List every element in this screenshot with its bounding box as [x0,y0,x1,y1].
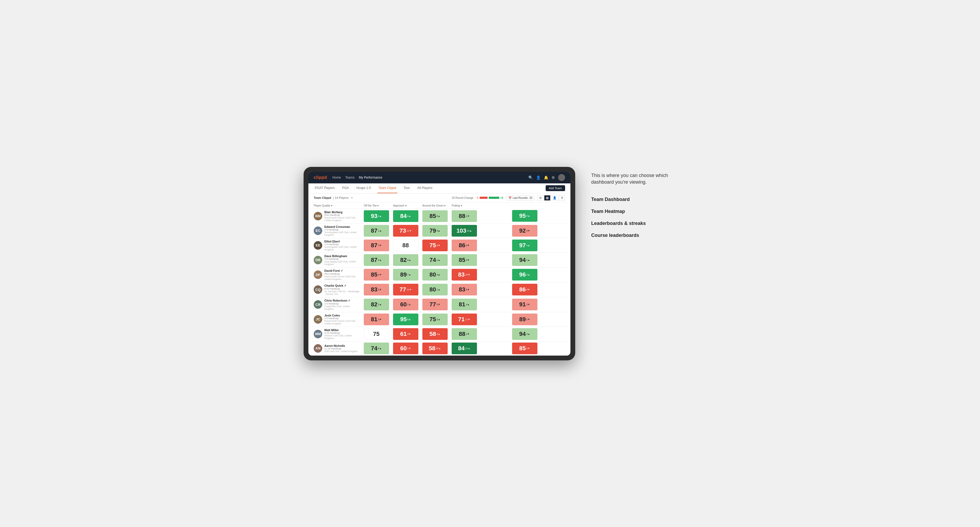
score-box[interactable]: 882 [452,328,477,340]
nav-link-home[interactable]: Home [332,175,341,181]
score-box[interactable]: 934 [364,210,389,222]
last-rounds-button[interactable]: 📅 Last Rounds: 20 [506,195,535,200]
player-name[interactable]: Blair McHarg [325,211,360,214]
score-box[interactable]: 823 [364,298,389,310]
table-row[interactable]: CRChris Robertson ✓1-5 HandicapCraigmill… [309,297,570,312]
score-box[interactable]: 854 [512,343,538,354]
player-avatar: DF [314,270,322,279]
score-box[interactable]: 871 [364,225,389,237]
view-download-button[interactable]: ⬇ [559,195,565,201]
th-around-green[interactable]: Around the Green ▾ [420,203,450,209]
score-box[interactable]: 853 [452,254,477,266]
table-row[interactable]: ECEdward Crossman1-5 HandicapSunningdale… [309,223,570,238]
score-box[interactable]: 941 [512,254,538,266]
sub-nav-hcaps[interactable]: Hcaps 1-5 [355,183,372,193]
score-box[interactable]: 7111 [452,314,477,325]
score-box[interactable]: 753 [422,240,448,251]
th-approach[interactable]: Approach ▾ [391,203,420,209]
score-change: 1 [466,215,469,217]
sub-nav-pgat[interactable]: PGAT Players [314,183,336,193]
table-row[interactable]: DBDave Billingham1-5 HandicapGog Magog G… [309,252,570,267]
player-name[interactable]: Chris Robertson ✓ [325,299,360,302]
score-box[interactable]: 923 [512,225,538,237]
view-heatmap-button[interactable]: ▦ [544,195,550,201]
score-cell: 752 [420,312,450,327]
th-putting[interactable]: Putting ▾ [450,203,479,209]
player-name[interactable]: Josh Coles [325,314,360,317]
score-box[interactable]: 833 [364,284,389,295]
search-icon[interactable]: 🔍 [528,175,533,179]
player-name[interactable]: Matt Miller [325,329,360,332]
table-row[interactable]: MMMatt Miller6-10 HandicapWoburn Golf Cl… [309,327,570,341]
score-box[interactable]: 584 [422,328,448,340]
score-box[interactable]: 814 [452,298,477,310]
player-name[interactable]: Dave Billingham [325,254,360,258]
player-name[interactable]: Edward Crossman [325,225,360,229]
player-name[interactable]: Elliot Ebert [325,240,360,243]
score-box[interactable]: 866 [452,240,477,251]
table-row[interactable]: CQCharlie Quick ✓6-10 HandicapSt. George… [309,282,570,297]
player-name[interactable]: David Ford ✓ [325,269,360,273]
score-box[interactable]: 824 [393,254,418,266]
score-box[interactable]: 975 [512,240,538,251]
score-box[interactable]: 752 [422,314,448,325]
score-box[interactable]: 10315 [452,225,477,237]
score-box[interactable]: 959 [512,210,538,222]
nav-link-performance[interactable]: My Performance [359,175,382,181]
settings-icon[interactable]: ⚙ [552,175,555,179]
score-box[interactable]: 88 [393,240,418,251]
sub-nav-team-clippd[interactable]: Team Clippd [377,183,397,193]
score-box[interactable]: 8421 [452,343,477,354]
score-box[interactable]: 873 [364,240,389,251]
score-box[interactable]: 7714 [393,284,418,295]
score-value: 103 [457,227,466,234]
score-box[interactable]: 853 [364,269,389,281]
nav-link-teams[interactable]: Teams [345,175,355,181]
th-off-tee[interactable]: Off the Tee ▾ [362,203,391,209]
table-row[interactable]: BMBlair McHargPlus HandicapRoyal North D… [309,209,570,223]
sub-nav-tour[interactable]: Tour [402,183,411,193]
score-box[interactable]: 602 [393,298,418,310]
score-box[interactable]: 748 [364,343,389,354]
score-box[interactable]: 913 [512,298,538,310]
score-box[interactable]: 7311 [393,225,418,237]
score-box[interactable]: 881 [452,210,477,222]
score-box[interactable]: 836 [452,284,477,295]
score-box[interactable]: 741 [422,254,448,266]
score-box[interactable]: 799 [422,225,448,237]
view-chart-button[interactable]: 👤 [551,195,558,201]
score-box[interactable]: 75 [364,328,389,340]
score-box[interactable]: 5810 [422,343,448,354]
score-box[interactable]: 897 [393,269,418,281]
score-box[interactable]: 874 [364,254,389,266]
score-box[interactable]: 868 [512,284,538,295]
score-box[interactable]: 613 [393,328,418,340]
table-row[interactable]: ANAaron Nicholls11-15 HandicapDrift Golf… [309,341,570,355]
view-grid-button[interactable]: ⊞ [538,195,544,201]
avatar[interactable] [558,174,565,181]
score-box[interactable]: 813 [364,314,389,325]
score-box[interactable]: 846 [393,210,418,222]
edit-icon[interactable]: ✏ [351,196,353,200]
bell-icon[interactable]: 🔔 [544,175,548,179]
table-row[interactable]: JCJosh Coles1-5 HandicapRoyal North Devo… [309,312,570,327]
sub-nav-pga[interactable]: PGA [341,183,350,193]
score-box[interactable]: 892 [512,314,538,325]
th-player[interactable]: Player Quality ▾ [309,203,362,209]
score-box[interactable]: 958 [393,314,418,325]
score-box[interactable]: 803 [422,269,448,281]
player-name[interactable]: Charlie Quick ✓ [325,284,360,287]
score-box[interactable]: 858 [422,210,448,222]
add-team-button[interactable]: Add Team [546,185,565,191]
player-name[interactable]: Aaron Nicholls [325,344,358,347]
score-box[interactable]: 8310 [452,269,477,281]
table-row[interactable]: DFDavid Ford ✓Plus HandicapRoyal North D… [309,267,570,282]
score-box[interactable]: 963 [512,269,538,281]
sub-nav-all-players[interactable]: All Players [416,183,434,193]
score-box[interactable]: 801 [422,284,448,295]
score-box[interactable]: 943 [512,328,538,340]
score-box[interactable]: 773 [422,298,448,310]
user-icon[interactable]: 👤 [536,175,541,179]
table-row[interactable]: EEElliot Ebert1-5 HandicapSunningdale Go… [309,238,570,252]
score-box[interactable]: 601 [393,343,418,354]
